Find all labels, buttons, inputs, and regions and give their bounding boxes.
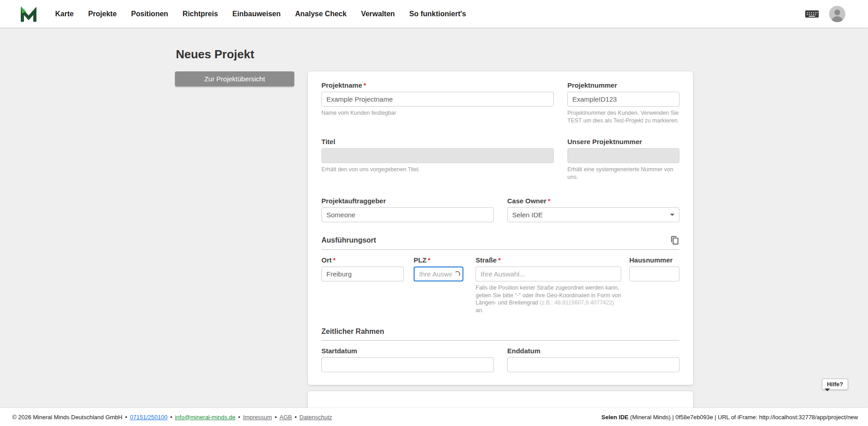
required-asterisk: * <box>428 256 430 264</box>
titel-input <box>321 148 554 163</box>
strasse-label: Straße* <box>476 256 621 264</box>
field-case-owner: Case Owner* Selen IDE <box>507 197 679 222</box>
field-projektnummer: Projektnummer Projektnummer des Kunden. … <box>567 81 679 124</box>
footer-datenschutz-link[interactable]: Datenschutz <box>299 414 332 421</box>
main-nav: Karte Projekte Positionen Richtpreis Ein… <box>55 10 466 18</box>
projektname-helper: Name vom Kunden festlegbar <box>321 109 554 117</box>
titel-helper: Erhält den von uns vorgegebenen Titel. <box>321 166 554 173</box>
section-title-zeitlicher-rahmen: Zeitlicher Rahmen <box>321 328 384 336</box>
field-enddatum: Enddatum <box>507 347 679 372</box>
field-unsere-projektnummer: Unsere Projektnummer Erhält eine systemg… <box>567 138 679 181</box>
field-plz: PLZ* <box>414 256 463 314</box>
main-content: Neues Projekt Zur Projektübersicht Proje… <box>0 28 868 408</box>
plz-label: PLZ* <box>414 256 463 264</box>
mineral-minds-logo-icon <box>20 5 39 23</box>
footer-separator: • <box>238 414 241 421</box>
brand-logo[interactable] <box>20 5 39 23</box>
section-divider <box>321 249 679 250</box>
keyboard-icon[interactable] <box>805 9 819 19</box>
unsere-projektnummer-label: Unsere Projektnummer <box>567 138 679 145</box>
copyright-text: © 2026 Mineral Minds Deutschland GmbH <box>12 414 123 421</box>
nav-item-richtpreis[interactable]: Richtpreis <box>183 10 218 18</box>
nav-item-karte[interactable]: Karte <box>55 10 74 18</box>
page-title: Neues Projekt <box>176 47 693 61</box>
startdatum-input[interactable] <box>321 357 494 372</box>
unsere-projektnummer-input <box>567 148 679 163</box>
projektnummer-helper: Projektnummer des Kunden. Verwenden Sie … <box>567 109 679 124</box>
footer-email-link[interactable]: info@mineral-minds.de <box>175 414 236 421</box>
projektauftraggeber-label: Projektauftraggeber <box>321 197 494 205</box>
case-owner-select[interactable]: Selen IDE <box>507 207 679 222</box>
footer-agb-link[interactable]: AGB <box>279 414 292 421</box>
loading-spinner-icon <box>454 271 460 277</box>
chevron-down-icon <box>670 214 675 216</box>
ort-label: Ort* <box>321 256 404 264</box>
projektname-input[interactable] <box>321 92 554 107</box>
footer-phone-link[interactable]: 07151/250100 <box>130 414 167 421</box>
nav-item-positionen[interactable]: Positionen <box>131 10 168 18</box>
left-column: Zur Projektübersicht <box>175 71 294 86</box>
section-title-ausfuehrungsort: Ausführungsort <box>321 236 376 244</box>
field-strasse: Straße* Falls die Position keiner Straße… <box>476 256 621 314</box>
footer-separator: • <box>125 414 127 421</box>
footer-separator: • <box>170 414 172 421</box>
hausnummer-input[interactable] <box>629 267 679 281</box>
field-startdatum: Startdatum <box>321 347 494 372</box>
unsere-projektnummer-helper: Erhält eine systemgenerierte Nummer von … <box>567 166 679 181</box>
footer-impressum-link[interactable]: Impressum <box>243 414 272 421</box>
nav-item-so-funktionierts[interactable]: So funktioniert's <box>409 10 466 18</box>
next-card-partial <box>308 391 693 408</box>
footer-separator: • <box>295 414 297 421</box>
user-avatar[interactable] <box>829 6 845 22</box>
footer-separator: • <box>275 414 277 421</box>
projektname-label: Projektname* <box>321 81 554 89</box>
enddatum-label: Enddatum <box>507 347 679 355</box>
required-asterisk: * <box>333 256 336 264</box>
field-hausnummer: Hausnummer <box>629 256 679 314</box>
footer-session-info: Selen IDE (Mineral Minds) | 0f58e7eb093e… <box>601 414 858 421</box>
navbar: Karte Projekte Positionen Richtpreis Ein… <box>0 0 868 28</box>
required-asterisk: * <box>363 81 366 89</box>
titel-label: Titel <box>321 138 554 145</box>
projektnummer-input[interactable] <box>567 92 679 107</box>
section-divider <box>321 340 679 341</box>
field-projektname: Projektname* Name vom Kunden festlegbar <box>321 81 554 124</box>
back-to-projects-button[interactable]: Zur Projektübersicht <box>175 71 294 86</box>
required-asterisk: * <box>548 197 551 205</box>
hausnummer-label: Hausnummer <box>629 256 679 264</box>
field-titel: Titel Erhält den von uns vorgegebenen Ti… <box>321 138 554 181</box>
enddatum-input[interactable] <box>507 357 679 372</box>
nav-item-analyse-check[interactable]: Analyse Check <box>295 10 347 18</box>
strasse-helper: Falls die Position keiner Straße zugeord… <box>476 284 621 314</box>
field-projektauftraggeber: Projektauftraggeber <box>321 197 494 222</box>
projektauftraggeber-input[interactable] <box>321 207 494 222</box>
nav-item-projekte[interactable]: Projekte <box>88 10 117 18</box>
nav-item-einbauweisen[interactable]: Einbauweisen <box>232 10 281 18</box>
footer-user-name: Selen IDE <box>601 414 628 421</box>
projektnummer-label: Projektnummer <box>567 81 679 89</box>
strasse-input[interactable] <box>476 267 621 281</box>
footer-left: © 2026 Mineral Minds Deutschland GmbH • … <box>12 414 332 421</box>
help-button[interactable]: Hilfe? <box>822 379 848 390</box>
field-ort: Ort* <box>321 256 404 314</box>
startdatum-label: Startdatum <box>321 347 494 355</box>
navbar-right <box>805 6 845 22</box>
nav-item-verwalten[interactable]: Verwalten <box>361 10 395 18</box>
copy-icon[interactable] <box>670 236 679 245</box>
footer-session-details: (Mineral Minds) | 0f58e7eb093e | URL of … <box>628 414 858 421</box>
case-owner-label: Case Owner* <box>507 197 679 205</box>
new-project-form-card: Projektname* Name vom Kunden festlegbar … <box>308 71 693 385</box>
required-asterisk: * <box>498 256 501 264</box>
footer: © 2026 Mineral Minds Deutschland GmbH • … <box>0 408 868 426</box>
case-owner-selected-value: Selen IDE <box>512 211 543 219</box>
ort-input[interactable] <box>321 267 404 281</box>
